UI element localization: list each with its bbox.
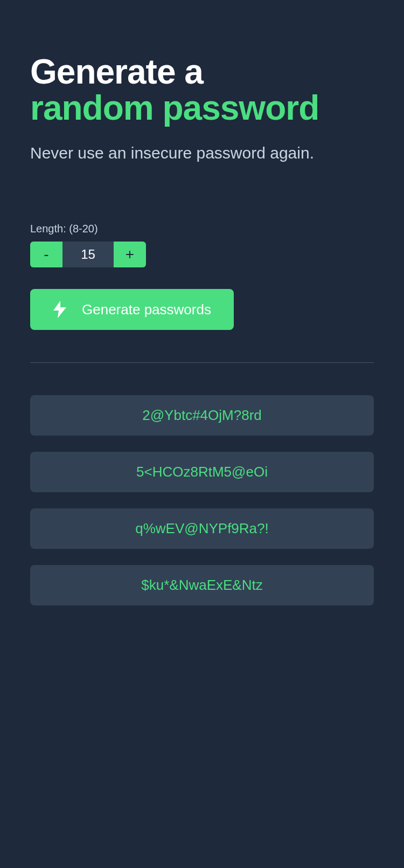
password-item[interactable]: q%wEV@NYPf9Ra?!: [30, 508, 374, 549]
password-item[interactable]: 5<HCOz8RtM5@eOi: [30, 452, 374, 492]
length-label: Length: (8-20): [30, 223, 374, 235]
password-item[interactable]: 2@Ybtc#4OjM?8rd: [30, 395, 374, 436]
title-part-2: random password: [30, 88, 319, 127]
length-stepper: - 15 +: [30, 242, 374, 267]
divider: [30, 362, 374, 363]
bolt-icon: [53, 301, 67, 318]
generate-button[interactable]: Generate passwords: [30, 289, 234, 330]
passwords-list: 2@Ybtc#4OjM?8rd 5<HCOz8RtM5@eOi q%wEV@NY…: [30, 395, 374, 605]
generate-button-label: Generate passwords: [82, 301, 211, 318]
increment-button[interactable]: +: [114, 242, 146, 267]
length-value: 15: [62, 242, 114, 267]
decrement-button[interactable]: -: [30, 242, 62, 267]
page-title: Generate a random password: [30, 54, 374, 126]
subtitle: Never use an insecure password again.: [30, 142, 374, 163]
title-part-1: Generate a: [30, 52, 203, 91]
password-item[interactable]: $ku*&NwaExE&Ntz: [30, 565, 374, 605]
